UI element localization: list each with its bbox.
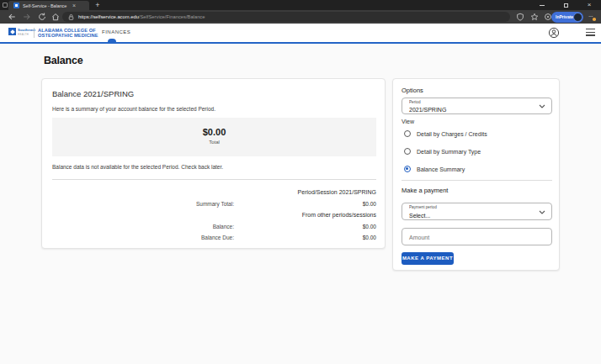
radio-detail-summary-type[interactable]: Detail by Summary Type (404, 148, 481, 155)
period-select[interactable]: Period 2021/SPRING (402, 98, 552, 114)
home-icon[interactable] (51, 12, 61, 22)
app-header: Southeast HEALTH ALABAMA COLLEGE OF OSTE… (0, 24, 601, 42)
school-name[interactable]: ALABAMA COLLEGE OF OSTEOPATHIC MEDICINE (38, 28, 98, 39)
balance-summary-card: Balance 2021/SPRING Here is a summary of… (41, 78, 386, 249)
shield-icon[interactable] (515, 12, 525, 22)
close-button[interactable]: × (577, 0, 601, 10)
options-card: Options Period 2021/SPRING View Detail b… (392, 78, 560, 271)
summary-row: Summary Total:$0.00 (52, 198, 376, 210)
make-payment-heading: Make a payment (402, 187, 448, 194)
radio-selected-icon (404, 166, 411, 172)
favorites-star-icon[interactable] (529, 12, 540, 22)
balance-notice: Balance data is not available for the se… (52, 164, 223, 170)
divider (52, 179, 376, 180)
tab-title: Self-Service - Balance (23, 3, 70, 8)
radio-icon (404, 148, 411, 155)
total-amount: $0.00 (52, 127, 376, 137)
radio-detail-charges[interactable]: Detail by Charges / Credits (404, 130, 487, 137)
browser-toolbar: https://selfservice.acom.edu/SelfService… (0, 10, 601, 24)
options-heading: Options (402, 87, 423, 94)
forward-icon[interactable] (22, 12, 32, 22)
window-controls: × (530, 0, 601, 10)
southeast-health-logo-icon (8, 28, 16, 35)
address-bar[interactable]: https://selfservice.acom.edu/SelfService… (62, 12, 510, 22)
maximize-button[interactable] (554, 0, 577, 10)
new-tab-button[interactable]: + (93, 0, 103, 10)
view-label: View (402, 119, 414, 124)
refresh-icon[interactable] (37, 12, 47, 22)
logo-name: Southeast (18, 28, 35, 31)
summary-row: Period/Session 2021/SPRING (52, 187, 376, 198)
radio-balance-summary[interactable]: Balance Summary (404, 166, 465, 172)
make-payment-button[interactable]: MAKE A PAYMENT (402, 252, 454, 265)
chevron-down-icon (539, 104, 545, 108)
browser-tab-bar: Self-Service - Balance × + × (0, 0, 601, 10)
summary-row: Balance Due:$0.00 (52, 232, 376, 244)
profile-avatar[interactable] (573, 13, 582, 22)
tab-close-icon[interactable]: × (72, 3, 76, 8)
logo-subtext: HEALTH (18, 33, 29, 35)
minimize-button[interactable] (530, 0, 554, 10)
page-title: Balance (44, 55, 83, 66)
back-icon[interactable] (7, 12, 17, 22)
tab-actions-icon[interactable] (3, 3, 8, 8)
divider (402, 180, 552, 181)
balance-card-heading: Balance 2021/SPRING (52, 89, 134, 98)
total-box: $0.00 Total (52, 118, 376, 156)
amount-input[interactable]: Amount (402, 228, 552, 245)
menu-icon[interactable] (586, 29, 595, 38)
url-host: https://selfservice.acom.edu (78, 14, 139, 19)
tab-favicon (13, 3, 19, 8)
inprivate-label: InPrivate (556, 14, 573, 19)
summary-row: From other periods/sessions (52, 209, 376, 221)
header-accent-line (0, 42, 601, 44)
logo-divider (34, 28, 35, 38)
balance-card-description: Here is a summary of your account balanc… (52, 106, 215, 112)
payment-period-select[interactable]: Payment period Select... (402, 203, 552, 220)
lock-icon (67, 13, 75, 21)
total-label: Total (52, 140, 376, 145)
radio-icon (404, 130, 411, 137)
browser-tab[interactable]: Self-Service - Balance × (8, 1, 89, 10)
summary-row: Balance:$0.00 (52, 221, 376, 233)
notification-dot (593, 18, 596, 21)
chevron-down-icon (539, 210, 545, 214)
nav-finances[interactable]: FINANCES (102, 29, 130, 34)
summary-block: Period/Session 2021/SPRING Summary Total… (52, 187, 376, 244)
account-icon[interactable] (548, 27, 560, 39)
url-path: /SelfService/Finances/Balance (139, 14, 205, 19)
